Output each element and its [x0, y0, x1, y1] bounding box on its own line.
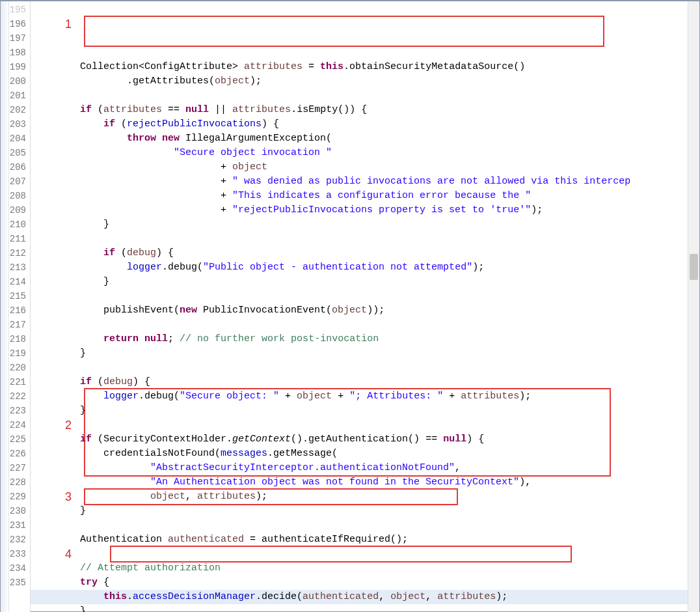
- annotation-number: 1: [59, 17, 77, 31]
- code-line[interactable]: logger.debug("Public object - authentica…: [31, 260, 688, 275]
- line-number: 222: [1, 389, 30, 404]
- code-line[interactable]: + "This indicates a configuration error …: [31, 189, 688, 203]
- code-line[interactable]: }: [31, 404, 688, 418]
- line-number: 213: [1, 260, 30, 275]
- line-number: 220: [1, 361, 30, 375]
- code-line[interactable]: [31, 361, 688, 375]
- code-line[interactable]: [31, 547, 688, 561]
- code-line[interactable]: if (debug) {: [31, 375, 688, 389]
- code-line[interactable]: this.accessDecisionManager.decide(authen…: [31, 590, 688, 604]
- code-line[interactable]: + " was denied as public invocations are…: [31, 174, 688, 189]
- line-number: 204: [1, 132, 30, 146]
- line-number: 201: [1, 89, 30, 103]
- code-line[interactable]: + "rejectPublicInvocations property is s…: [31, 203, 688, 217]
- line-number: 226: [1, 447, 30, 461]
- line-number: 207: [1, 174, 30, 189]
- code-line[interactable]: [31, 46, 688, 60]
- line-number: 217: [1, 318, 30, 332]
- line-number-gutter: 1951961971981992002012022032042052062072…: [1, 1, 31, 612]
- code-line[interactable]: }: [31, 346, 688, 361]
- code-line[interactable]: if (attributes == null || attributes.isE…: [31, 103, 688, 117]
- line-number: 200: [1, 74, 30, 89]
- line-number: 208: [1, 189, 30, 203]
- line-number: 232: [1, 533, 30, 547]
- line-number: 229: [1, 490, 30, 504]
- code-line[interactable]: throw new IllegalArgumentException(: [31, 132, 688, 146]
- line-number: 228: [1, 475, 30, 490]
- code-line[interactable]: credentialsNotFound(messages.getMessage(: [31, 447, 688, 461]
- line-number: 235: [1, 576, 30, 590]
- code-line[interactable]: }: [31, 217, 688, 232]
- line-number: 216: [1, 303, 30, 318]
- code-line[interactable]: [31, 89, 688, 103]
- line-number: 197: [1, 31, 30, 46]
- line-number: 202: [1, 103, 30, 117]
- line-number: 209: [1, 203, 30, 217]
- vertical-scrollbar[interactable]: [688, 1, 699, 612]
- code-line[interactable]: [31, 418, 688, 432]
- line-number: 218: [1, 332, 30, 346]
- line-number: 233: [1, 547, 30, 561]
- line-number: 221: [1, 375, 30, 389]
- code-line[interactable]: "Secure object invocation ": [31, 146, 688, 160]
- line-number: 196: [1, 17, 30, 31]
- code-line[interactable]: Authentication authenticated = authentic…: [31, 533, 688, 547]
- line-number: 211: [1, 232, 30, 246]
- code-line[interactable]: }: [31, 504, 688, 518]
- code-line[interactable]: [31, 289, 688, 303]
- line-number: 234: [1, 561, 30, 576]
- code-line[interactable]: if (SecurityContextHolder.getContext().g…: [31, 432, 688, 447]
- code-line[interactable]: .getAttributes(object);: [31, 74, 688, 89]
- line-number: 195: [1, 3, 30, 17]
- line-number: 224: [1, 418, 30, 432]
- code-area[interactable]: 1234 Collection<ConfigAttribute> attribu…: [31, 1, 688, 612]
- line-number: 212: [1, 246, 30, 260]
- code-line[interactable]: }: [31, 604, 688, 612]
- line-number: 205: [1, 146, 30, 160]
- code-line[interactable]: [31, 318, 688, 332]
- line-number: 199: [1, 60, 30, 74]
- line-number: 225: [1, 432, 30, 447]
- code-line[interactable]: logger.debug("Secure object: " + object …: [31, 389, 688, 404]
- line-number: 223: [1, 404, 30, 418]
- line-number: 231: [1, 518, 30, 533]
- code-line[interactable]: try {: [31, 576, 688, 590]
- line-number: 206: [1, 160, 30, 174]
- code-line[interactable]: if (debug) {: [31, 246, 688, 260]
- code-line[interactable]: [31, 518, 688, 533]
- line-number: 203: [1, 117, 30, 132]
- code-line[interactable]: "An Authentication object was not found …: [31, 475, 688, 490]
- editor-window: 101FilterSecurityInterceptor.class101Abs…: [0, 0, 700, 612]
- code-line[interactable]: // Attempt authorization: [31, 561, 688, 576]
- line-number: 215: [1, 289, 30, 303]
- code-line[interactable]: publishEvent(new PublicInvocationEvent(o…: [31, 303, 688, 318]
- code-line[interactable]: + object: [31, 160, 688, 174]
- line-number: 210: [1, 217, 30, 232]
- code-line[interactable]: "AbstractSecurityInterceptor.authenticat…: [31, 461, 688, 475]
- code-line[interactable]: [31, 232, 688, 246]
- code-line[interactable]: return null; // no further work post-inv…: [31, 332, 688, 346]
- code-line[interactable]: object, attributes);: [31, 490, 688, 504]
- line-number: 219: [1, 346, 30, 361]
- code-line[interactable]: Collection<ConfigAttribute> attributes =…: [31, 60, 688, 74]
- line-number: 230: [1, 504, 30, 518]
- line-number: 214: [1, 275, 30, 289]
- highlight-box: [84, 16, 604, 47]
- code-line[interactable]: if (rejectPublicInvocations) {: [31, 117, 688, 132]
- line-number: 227: [1, 461, 30, 475]
- line-number: 198: [1, 46, 30, 60]
- code-line[interactable]: }: [31, 275, 688, 289]
- vertical-scrollbar-thumb[interactable]: [690, 254, 698, 280]
